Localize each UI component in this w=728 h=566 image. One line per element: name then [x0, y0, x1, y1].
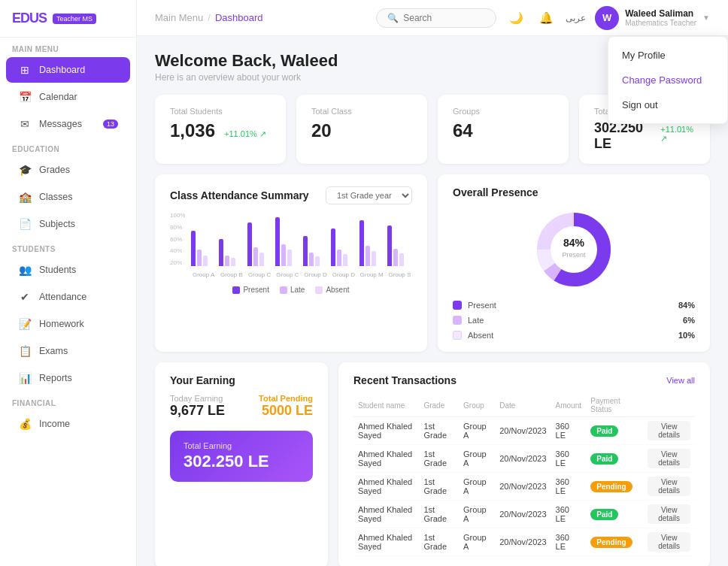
bar-late	[281, 244, 286, 266]
cell-group: Group A	[459, 445, 495, 473]
sidebar-item-grades[interactable]: 🎓 Grades	[6, 157, 130, 183]
bar-present	[387, 225, 392, 266]
cell-status: Paid	[586, 417, 643, 445]
sidebar-item-exams[interactable]: 📋 Exams	[6, 338, 130, 364]
presence-legend-late: Late 6%	[453, 316, 695, 325]
bar-group: Group C	[247, 222, 272, 266]
bar-absent	[343, 254, 347, 266]
cell-grade: 1st Grade	[419, 528, 459, 556]
sidebar-item-classes[interactable]: 🏫 Classes	[6, 184, 130, 210]
bar-present	[191, 231, 196, 266]
view-details-button[interactable]: View details	[648, 532, 690, 552]
dropdown-change-password[interactable]: Change Password	[608, 68, 727, 92]
sidebar-item-label: Classes	[39, 192, 72, 202]
cell-status: Pending	[586, 473, 643, 501]
chart-legend: Present Late Absent	[170, 286, 412, 294]
bar-group: Group D	[303, 236, 328, 266]
user-profile-area[interactable]: W Waleed Saliman Mathematics Teacher ▼	[595, 6, 710, 30]
grade-year-select[interactable]: 1st Grade year	[326, 186, 412, 204]
stat-change: +11.01% ↗	[224, 129, 266, 139]
cell-status: Pending	[586, 528, 643, 556]
table-row: Ahmed Khaled Sayed 1st Grade Group A 20/…	[353, 473, 695, 501]
bar-group: Group S	[387, 225, 412, 266]
cell-action[interactable]: View details	[643, 473, 695, 501]
sidebar-item-label: Messages	[39, 119, 82, 129]
view-details-button[interactable]: View details	[648, 504, 690, 524]
sidebar-item-messages[interactable]: ✉ Messages 13	[6, 111, 130, 137]
view-all-transactions[interactable]: View all	[666, 376, 695, 385]
view-details-button[interactable]: View details	[648, 449, 690, 468]
stat-total-students: Total Students 1,036 +11.01% ↗	[155, 95, 286, 164]
status-badge: Pending	[590, 481, 632, 492]
cell-action[interactable]: View details	[643, 528, 695, 556]
sidebar-item-label: Grades	[39, 165, 70, 175]
legend-late: Late	[280, 286, 305, 294]
transactions-card: Recent Transactions View all Student nam…	[338, 362, 710, 566]
subjects-icon: 📄	[18, 218, 32, 230]
cell-action[interactable]: View details	[643, 445, 695, 473]
earning-card: Your Earning Today Earning 9,677 LE Tota…	[155, 362, 328, 566]
bar-present	[359, 220, 364, 266]
today-earning-label: Today Earning	[170, 394, 225, 403]
overall-presence-card: Overall Presence 84% Prese	[438, 174, 710, 352]
bar-group-label: Group C	[248, 271, 271, 278]
donut-chart: 84% Present	[529, 204, 619, 295]
view-details-button[interactable]: View details	[648, 477, 690, 496]
notifications-button[interactable]: 🔔	[535, 8, 557, 29]
search-box[interactable]: 🔍	[376, 8, 496, 28]
section-main: Main Menu	[0, 38, 136, 56]
cell-date: 20/Nov/2023	[495, 445, 551, 473]
messages-icon: ✉	[18, 118, 32, 130]
dropdown-my-profile[interactable]: My Profile	[608, 43, 727, 68]
cell-student-name: Ahmed Khaled Sayed	[353, 445, 419, 473]
sidebar: EDUS Teacher MS Main Menu ⊞ Dashboard 📅 …	[0, 0, 137, 566]
attendance-icon: ✔	[18, 291, 32, 303]
dark-mode-toggle[interactable]: 🌙	[505, 8, 526, 29]
nav-main: Main Menu	[155, 12, 203, 23]
sidebar-item-attendance[interactable]: ✔ Attendance	[6, 284, 130, 310]
sidebar-item-dashboard[interactable]: ⊞ Dashboard	[6, 57, 130, 83]
presence-title: Overall Presence	[453, 186, 695, 198]
language-selector[interactable]: عربى	[566, 13, 586, 23]
cell-action[interactable]: View details	[643, 501, 695, 528]
sidebar-item-students[interactable]: 👥 Students	[6, 257, 130, 283]
bar-present	[219, 239, 223, 266]
table-row: Ahmed Khaled Sayed 1st Grade Group A 20/…	[353, 445, 695, 473]
sidebar-item-homework[interactable]: 📝 Homework	[6, 311, 130, 337]
total-pending-label: Total Pending	[259, 394, 313, 403]
stat-total-class: Total Class 20	[296, 95, 427, 164]
dropdown-sign-out[interactable]: Sign out	[608, 92, 727, 117]
col-amount: Amount	[551, 394, 587, 417]
cell-student-name: Ahmed Khaled Sayed	[353, 473, 419, 501]
bar-present	[247, 222, 252, 266]
status-badge: Pending	[590, 537, 632, 548]
cell-grade: 1st Grade	[419, 417, 459, 445]
search-input[interactable]	[403, 13, 486, 23]
sidebar-item-subjects[interactable]: 📄 Subjects	[6, 211, 130, 237]
cell-date: 20/Nov/2023	[495, 417, 551, 445]
cell-amount: 360 LE	[551, 501, 587, 528]
bar-late	[366, 246, 370, 266]
logo-text: EDUS	[12, 11, 47, 26]
charts-row: Class Attendance Summary 1st Grade year …	[155, 174, 710, 352]
sidebar-item-calendar[interactable]: 📅 Calendar	[6, 84, 130, 110]
bar-chart: Group AGroup BGroup CGroup CGroup DGroup…	[191, 212, 412, 280]
presence-legend-absent: Absent 10%	[453, 331, 695, 340]
bar-group-label: Group S	[388, 271, 411, 278]
sidebar-item-income[interactable]: 💰 Income	[6, 411, 130, 437]
transactions-title: Recent Transactions	[353, 374, 457, 386]
status-badge: Paid	[590, 509, 618, 520]
view-details-button[interactable]: View details	[648, 421, 690, 440]
homework-icon: 📝	[18, 318, 32, 330]
cell-group: Group A	[459, 528, 495, 556]
bar-group-label: Group D	[305, 271, 327, 278]
cell-status: Paid	[586, 501, 643, 528]
nav-current: Dashboard	[215, 12, 263, 23]
avatar: W	[595, 6, 619, 30]
sidebar-item-reports[interactable]: 📊 Reports	[6, 365, 130, 391]
logo: EDUS Teacher MS	[0, 0, 136, 38]
cell-action[interactable]: View details	[643, 417, 695, 445]
transactions-header: Recent Transactions View all	[353, 374, 695, 386]
classes-icon: 🏫	[18, 191, 32, 203]
bar-present	[303, 236, 308, 266]
